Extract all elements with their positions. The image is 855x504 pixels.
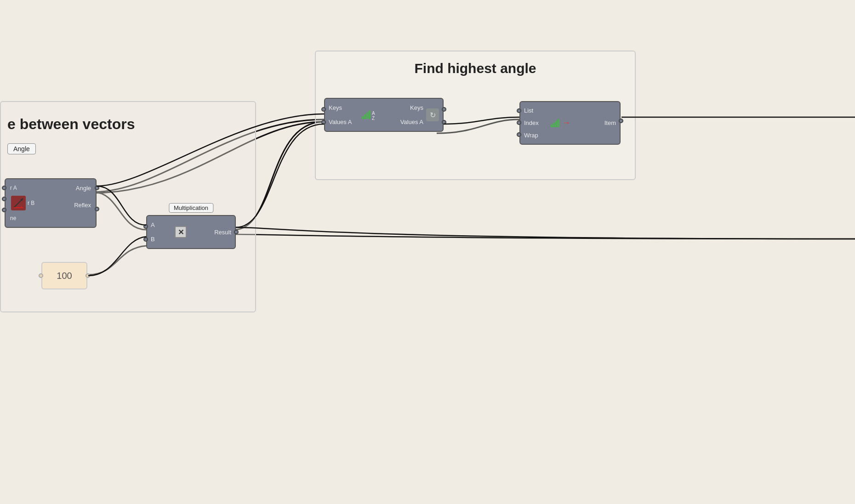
- canvas: e between vectors Angle Find highest ang…: [0, 0, 855, 504]
- list-in-index: Index: [524, 118, 547, 128]
- list-in-list: List: [524, 106, 547, 115]
- sort-out-keys: Keys: [410, 102, 423, 113]
- sort-node[interactable]: Keys Values A AZ Keys Values A: [324, 98, 444, 132]
- multiply-label: Multiplication: [169, 203, 213, 213]
- find-highest-title: Find highest angle: [414, 61, 536, 76]
- vector-icon: [10, 195, 27, 211]
- angle-in-b: r B: [28, 200, 34, 206]
- angle-node[interactable]: r A r B ne Angle Reflex: [5, 178, 97, 228]
- list-item-node[interactable]: List Index Wrap → Item: [519, 101, 621, 145]
- angle-out-reflex: Reflex: [74, 193, 91, 210]
- number-node[interactable]: 100: [41, 262, 87, 289]
- list-out-item: Item: [604, 119, 616, 126]
- multiply-icon: ✕: [175, 226, 187, 238]
- angle-tooltip: Angle: [7, 143, 36, 154]
- number-value: 100: [57, 271, 72, 281]
- multiply-out: Result: [214, 229, 231, 236]
- multiply-in-b: B: [151, 234, 160, 244]
- sort-out-values: Values A: [400, 117, 423, 127]
- red-arrow-icon: →: [562, 118, 570, 128]
- list-icon: [551, 119, 559, 127]
- multiply-node[interactable]: Multiplication A B ✕ Result: [146, 215, 236, 249]
- list-in-wrap: Wrap: [524, 130, 547, 140]
- sort-in-keys: Keys: [329, 102, 356, 113]
- refresh-icon[interactable]: ↻: [426, 108, 439, 121]
- angle-in-a: r A: [10, 183, 35, 193]
- multiply-in-a: A: [151, 220, 160, 230]
- angle-in-plane: ne: [10, 213, 35, 223]
- angle-out-angle: Angle: [76, 183, 91, 193]
- sort-in-values: Values A: [329, 117, 356, 127]
- sort-icon: AZ: [362, 111, 375, 119]
- angle-group-title: e between vectors: [7, 116, 135, 133]
